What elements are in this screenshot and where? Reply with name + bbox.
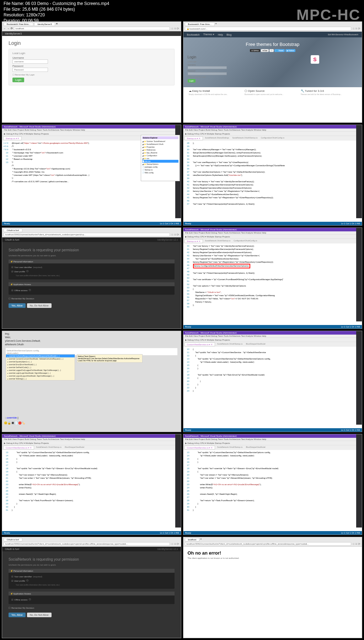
editor-tab[interactable]: SocialNetwork.OAuth/Startup.cs — [231, 136, 258, 140]
vs-titlebar: SocialNetwork - Microsoft Visual Studio … — [183, 125, 362, 128]
editor-tab[interactable]: SocialNetwork.OAuth/Startup.cs — [204, 239, 231, 243]
editor-tab[interactable]: IBootStrapperViewModel — [245, 342, 267, 346]
nav-right[interactable]: Edit With Elementor WhatsBootswatch — [328, 33, 358, 36]
remember-checkbox[interactable]: ☐ Remember My Decision — [9, 606, 175, 610]
hero-btn[interactable]: ⬇ GitHub — [250, 49, 260, 52]
code-editor[interactable]: 13 14 15 16 17 18 19 20 21 22 23 24 25 2… — [183, 450, 362, 513]
solution-explorer[interactable]: Solution Explorer ◢ 📁 Solution 'SocialNe… — [141, 135, 180, 181]
editor-tab[interactable]: SocialNetwork.OAuth/Startup.cs — [216, 446, 243, 450]
vs-toolbar[interactable]: ▶ Debug ▾ Any CPU ▾ Multiple Startup Pro… — [2, 441, 181, 445]
hero-btn[interactable]: ▶ Follow — [285, 49, 295, 52]
address-bar[interactable]: localhost — [14, 27, 170, 30]
code-editor[interactable]: 10 11 12 13 14 15 16 17 18 19 20 21 22 2… — [183, 347, 362, 394]
scope-item[interactable]: ☑ User profile ⓘ — [11, 269, 172, 274]
address-bar[interactable]: localhost:50421/connect/authorize?client… — [185, 542, 351, 546]
login-button[interactable]: Login — [12, 78, 24, 82]
panel-intellisense: ling;Web;yServer3.Core.Services.Default;… — [2, 331, 181, 432]
vs-titlebar: SocialNetwork - Microsoft Visual Studio … — [2, 434, 181, 438]
browser-actions[interactable]: ☆ ≡ ⟳ — [352, 27, 360, 30]
personal-info-box: ⚡ Personal Information ☑ Your user ident… — [9, 569, 175, 589]
nav-item[interactable]: Help — [218, 33, 223, 36]
error-heading: Oh no an error! — [183, 547, 362, 557]
password-input[interactable] — [12, 68, 48, 72]
panel-vs-factory: SocialNetwork - Microsoft Visual Studio … — [183, 125, 363, 226]
features: ☁ Easy to Install Simply download a CSS … — [183, 87, 362, 98]
browser-actions[interactable]: ☆ ≡ ⟳ — [171, 233, 179, 236]
new-tab-button[interactable]: + — [200, 538, 202, 541]
scope-item[interactable]: ☑ Your user identifier (required) — [11, 575, 172, 578]
browser-tab[interactable]: Bootswatch: Free thms... — [185, 22, 215, 26]
address-bar[interactable]: 🔒 bootswatch.com/... — [185, 27, 351, 31]
deny-button[interactable]: No, Do Not Allow — [27, 303, 52, 308]
remember-checkbox[interactable]: ☐ Remember My Login — [12, 73, 171, 76]
username-input[interactable] — [12, 59, 48, 64]
editor-tab[interactable]: IBootStrapperViewModel — [245, 446, 267, 450]
password-input[interactable] — [188, 72, 227, 75]
page-header: OAuth is fun! IdentityServer v2.x — [2, 547, 181, 551]
vs-titlebar: SocialNetwork - Microsoft Visual Studio … — [183, 228, 362, 231]
browser-chrome: OAuth is fun! localhost:50421/connect/au… — [2, 537, 181, 547]
address-bar[interactable]: localhost:50421/connect/authorize?client… — [4, 542, 170, 546]
vs-toolbar[interactable]: ▶ Debug ▾ Any CPU ▾ Multiple Startup Pro… — [183, 338, 362, 342]
remember-checkbox[interactable]: ☐ Remember My Decision — [9, 297, 175, 300]
browser-actions[interactable]: ☆ ≡ ⟳ — [171, 27, 179, 30]
login-button[interactable]: Login — [188, 79, 196, 83]
nav-item[interactable]: Themes ▾ — [203, 33, 214, 36]
code-editor[interactable]: 40 41 42 43 44 45 46 47 48 49 50 51 52 5… — [183, 243, 362, 308]
hero-btn[interactable]: ♡ — [269, 49, 274, 52]
editor-tab[interactable]: Startup.cs ▾ ✕ — [184, 136, 203, 140]
editor-tab[interactable]: CustomViewService.cs ▾ ✕ — [184, 342, 215, 346]
section-header: ⚡ Personal Information — [9, 259, 175, 263]
nav-back-icon[interactable]: ← — [4, 27, 6, 30]
vs-menubar[interactable]: File Edit View Project Build Debug Team … — [2, 438, 181, 441]
remember-checkbox[interactable]: ☐ Remember My Login — [188, 76, 227, 78]
vs-menubar[interactable]: File Edit View Project Build Debug Team … — [183, 335, 362, 338]
solution-tree[interactable]: ◢ 📁 Solution 'SocialNetwork' ◢ 📁 SocialN… — [142, 140, 178, 174]
browser-tab[interactable]: OAuth is fun! — [4, 538, 22, 541]
hero-btn[interactable]: 🐦 Tweet — [274, 49, 285, 52]
intellisense-popup[interactable]: ⬥ override AuthorizeResponse(AuthorizeRe… — [6, 354, 75, 381]
nav-item[interactable]: Blog — [226, 33, 231, 36]
vs-sidebar — [356, 434, 362, 528]
editor-tab[interactable]: Startup.cs ▾ ✕ — [3, 136, 22, 140]
hero-btn[interactable]: ★ Star — [261, 49, 269, 52]
hero-title: Free themes for Bootstrap — [246, 42, 299, 47]
vs-toolbar[interactable]: ▶ Debug ▾ Any CPU ▾ Multiple Startup Pro… — [183, 132, 362, 136]
code-editor[interactable]: 28 29 30 31 32 33 34 35 36 37 38 39 40 4… — [183, 141, 362, 207]
editor-tab[interactable]: IBootStrapperViewModel — [64, 446, 85, 450]
browser-tab[interactable]: localhost — [185, 538, 200, 541]
nav-fwd-icon[interactable]: → — [7, 27, 10, 30]
browser-actions[interactable]: ☆ ≡ ⟳ — [352, 542, 360, 546]
editor-tab[interactable]: CustomViewService.cs ▾ ✕ — [184, 446, 215, 450]
scope-item[interactable]: ☑ Your user identifier (required) — [11, 265, 172, 269]
browser-tab[interactable]: OAuth is fun! — [4, 229, 22, 232]
vs-toolbar[interactable]: ▶ Debug ▾ Any CPU ▾ Multiple Startup Pro… — [183, 235, 362, 239]
editor-tab[interactable]: CustomViewService.cs ▾ ✕ — [3, 446, 34, 450]
editor-tab[interactable]: Startup.cs ▾ ✕ — [184, 239, 203, 243]
allow-button[interactable]: Yes, Allow — [9, 613, 26, 617]
code-editor[interactable]: 13 14 15 16 17 18 19 20 21 22 23 24 25 2… — [2, 450, 181, 513]
editor-tab[interactable]: SocialNetwork.OAuth/Startup.cs — [216, 342, 243, 346]
intellisense-filter-icons[interactable]: 😐🔒🔳📄🛑🏷️ — [4, 421, 25, 425]
overlaid-login: Login Local Login Username Password ☐ Re… — [188, 55, 227, 83]
refresh-icon[interactable]: ⟳ — [11, 27, 13, 30]
vs-menubar[interactable]: File Edit View Project Build Debug Team … — [183, 231, 362, 235]
browser-actions[interactable]: ☆ ≡ ⟳ — [171, 542, 179, 546]
brand[interactable]: Bootswatch — [187, 33, 200, 36]
address-bar[interactable]: localhost:50421/connect/authorize?client… — [4, 233, 170, 236]
scope-item[interactable]: ☑ Offline access ⓘ — [11, 597, 172, 602]
vs-menubar[interactable]: File Edit View Project Build Debug Team … — [183, 438, 362, 441]
deny-button[interactable]: No, Do Not Allow — [27, 613, 52, 617]
editor-tab[interactable]: SocialNetwork.OAuth/Startup.cs — [35, 446, 63, 450]
username-input[interactable] — [188, 66, 227, 69]
scope-item[interactable]: ☑ Offline access ⓘ — [11, 288, 172, 293]
vs-menubar[interactable]: File Edit View Project Build Debug Team … — [2, 128, 181, 132]
editor-tab[interactable]: Configuration/OAuthConfig.cs — [232, 239, 258, 243]
editor-tab[interactable]: SocialNetwork.SharedSettings — [204, 136, 230, 140]
allow-button[interactable]: Yes, Allow — [9, 303, 26, 308]
vs-toolbar[interactable]: ▶ Debug ▾ Any CPU ▾ Multiple Startup Pro… — [183, 441, 362, 445]
new-tab-button[interactable]: + — [215, 22, 217, 26]
editor-tab[interactable]: Configuration/OAuthConfig.cs — [260, 136, 285, 140]
vs-menubar[interactable]: File Edit View Project Build Debug Team … — [183, 128, 362, 132]
scope-item[interactable]: ☑ User profile ⓘ — [11, 578, 172, 583]
